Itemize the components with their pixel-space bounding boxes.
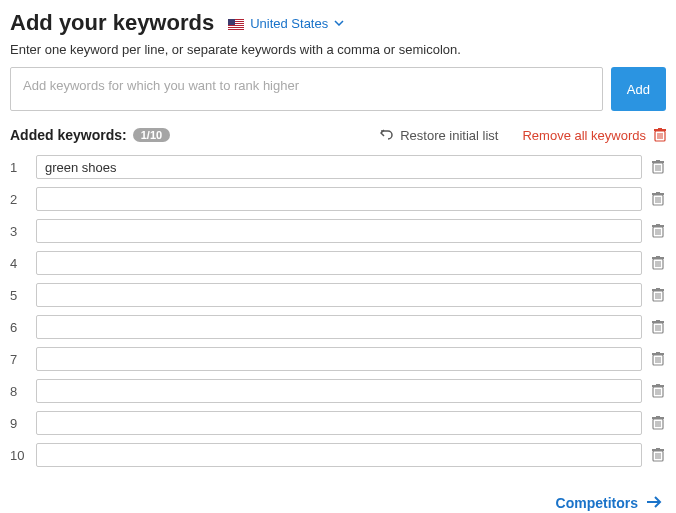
svg-rect-15 <box>656 160 660 162</box>
svg-rect-45 <box>656 320 660 322</box>
delete-keyword-button[interactable] <box>650 256 666 270</box>
undo-icon <box>380 128 394 143</box>
added-header-row: Added keywords: 1/10 Restore initial lis… <box>10 127 666 143</box>
keyword-input[interactable] <box>36 283 642 307</box>
flag-us-icon <box>228 18 244 29</box>
trash-icon <box>652 160 664 174</box>
keyword-input[interactable] <box>36 443 642 467</box>
keyword-row: 2 <box>10 187 666 211</box>
keyword-number: 6 <box>10 320 28 335</box>
svg-rect-27 <box>656 224 660 226</box>
delete-keyword-button[interactable] <box>650 192 666 206</box>
keyword-input[interactable] <box>36 155 642 179</box>
trash-icon <box>652 288 664 302</box>
trash-icon <box>652 192 664 206</box>
keyword-number: 10 <box>10 448 28 463</box>
keyword-number: 3 <box>10 224 28 239</box>
trash-icon <box>652 352 664 366</box>
trash-icon <box>654 128 666 142</box>
page-title: Add your keywords <box>10 10 214 36</box>
delete-keyword-button[interactable] <box>650 320 666 334</box>
keywords-input[interactable] <box>10 67 603 111</box>
svg-rect-6 <box>228 19 235 25</box>
keyword-row: 8 <box>10 379 666 403</box>
keyword-input[interactable] <box>36 411 642 435</box>
delete-keyword-button[interactable] <box>650 288 666 302</box>
trash-icon <box>652 448 664 462</box>
keyword-number: 8 <box>10 384 28 399</box>
header: Add your keywords United States <box>10 10 666 36</box>
keyword-number: 7 <box>10 352 28 367</box>
keyword-row: 3 <box>10 219 666 243</box>
delete-keyword-button[interactable] <box>650 224 666 238</box>
svg-rect-9 <box>658 128 662 130</box>
keyword-input[interactable] <box>36 315 642 339</box>
restore-initial-button[interactable]: Restore initial list <box>380 128 498 143</box>
keyword-row: 4 <box>10 251 666 275</box>
delete-keyword-button[interactable] <box>650 384 666 398</box>
trash-icon <box>652 320 664 334</box>
trash-icon <box>652 384 664 398</box>
added-keywords-label: Added keywords: <box>10 127 127 143</box>
trash-icon <box>652 224 664 238</box>
competitors-link[interactable]: Competitors <box>556 495 662 511</box>
svg-rect-39 <box>656 288 660 290</box>
keyword-number: 2 <box>10 192 28 207</box>
keyword-row: 10 <box>10 443 666 467</box>
footer: Competitors <box>10 495 666 511</box>
keyword-list: 12345678910 <box>10 155 666 467</box>
trash-icon <box>652 416 664 430</box>
keyword-row: 6 <box>10 315 666 339</box>
remove-all-label: Remove all keywords <box>522 128 646 143</box>
chevron-down-icon <box>334 20 344 26</box>
svg-rect-5 <box>228 28 244 29</box>
instruction-text: Enter one keyword per line, or separate … <box>10 42 666 57</box>
keyword-input[interactable] <box>36 347 642 371</box>
keyword-number: 4 <box>10 256 28 271</box>
country-label: United States <box>250 16 328 31</box>
add-keywords-row: Add <box>10 67 666 111</box>
keyword-number: 9 <box>10 416 28 431</box>
delete-keyword-button[interactable] <box>650 352 666 366</box>
keyword-row: 7 <box>10 347 666 371</box>
keyword-row: 1 <box>10 155 666 179</box>
keyword-row: 5 <box>10 283 666 307</box>
competitors-label: Competitors <box>556 495 638 511</box>
delete-keyword-button[interactable] <box>650 160 666 174</box>
svg-rect-4 <box>228 26 244 27</box>
svg-rect-51 <box>656 352 660 354</box>
keyword-number: 5 <box>10 288 28 303</box>
restore-label: Restore initial list <box>400 128 498 143</box>
remove-all-button[interactable]: Remove all keywords <box>522 128 666 143</box>
country-selector[interactable]: United States <box>228 16 344 31</box>
svg-rect-57 <box>656 384 660 386</box>
trash-icon <box>652 256 664 270</box>
keyword-input[interactable] <box>36 219 642 243</box>
svg-rect-33 <box>656 256 660 258</box>
keyword-row: 9 <box>10 411 666 435</box>
arrow-right-icon <box>646 495 662 511</box>
keyword-count-badge: 1/10 <box>133 128 170 142</box>
keyword-input[interactable] <box>36 187 642 211</box>
delete-keyword-button[interactable] <box>650 416 666 430</box>
add-button[interactable]: Add <box>611 67 666 111</box>
keyword-number: 1 <box>10 160 28 175</box>
svg-rect-63 <box>656 416 660 418</box>
svg-rect-21 <box>656 192 660 194</box>
delete-keyword-button[interactable] <box>650 448 666 462</box>
keyword-input[interactable] <box>36 379 642 403</box>
svg-rect-69 <box>656 448 660 450</box>
keyword-input[interactable] <box>36 251 642 275</box>
